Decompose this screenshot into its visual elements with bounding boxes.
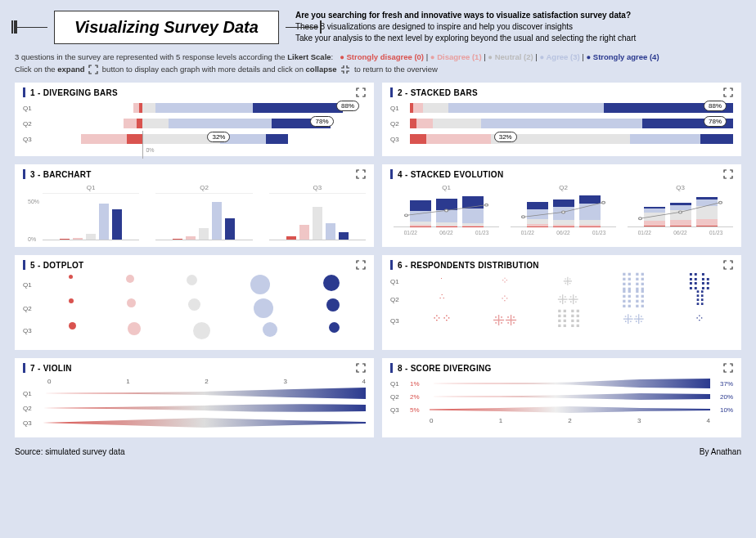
x-tick: 4 bbox=[362, 378, 366, 385]
svg-point-1 bbox=[445, 209, 448, 212]
left-pct: 1% bbox=[410, 380, 430, 388]
svg-point-0 bbox=[405, 214, 408, 217]
svg-point-5 bbox=[602, 202, 605, 204]
left-pct: 2% bbox=[410, 393, 430, 401]
card-title: 4 - STACKED EVOLUTION bbox=[398, 170, 503, 179]
pct-badge: 88% bbox=[704, 101, 727, 111]
respondents-chart: Q1 ∙ ⁘ ⁜ ⣿⣿ ⣿⣷ Q2 ∴ ⁘ ⁜⁜ ⣿⣿ ⣿ Q3 ⁘⁘ ⁜⁜ ⣿… bbox=[390, 275, 733, 330]
card-title: 6 - RESPONDENTS DISTRIBUTION bbox=[398, 261, 539, 270]
likert-scale-label: Likert Scale bbox=[287, 52, 331, 61]
expand-icon[interactable] bbox=[356, 87, 366, 97]
x-tick: 3 bbox=[637, 417, 641, 424]
info2-mid: button to display each graph with more d… bbox=[102, 65, 306, 74]
q-label: Q1 bbox=[390, 380, 410, 388]
stacked-evolution-chart: Q1 01/2206/2201/23 Q2 01/2206/2201/23 bbox=[390, 184, 733, 235]
q-label: Q1 bbox=[390, 278, 410, 285]
legend-neutral: ● Neutral (2) bbox=[488, 52, 533, 61]
x-tick: 01/23 bbox=[709, 230, 722, 235]
score-diverging-chart: Q11% 37% Q22% 20% Q35% 10% 01234 bbox=[390, 378, 733, 424]
legend-strongly-disagree: ● Strongly disagree (0) bbox=[340, 52, 424, 61]
card-title: 5 - DOTPLOT bbox=[30, 261, 84, 270]
x-tick: 01/23 bbox=[475, 230, 488, 235]
q-label: Q3 bbox=[23, 136, 43, 143]
q-label: Q2 bbox=[390, 296, 410, 303]
group-label: Q3 bbox=[628, 184, 733, 191]
svg-point-6 bbox=[639, 217, 642, 220]
chart-grid: 1 - DIVERGING BARS Q1 88% Q2 78% Q3 3 bbox=[0, 76, 756, 444]
group-label: Q2 bbox=[511, 184, 616, 191]
x-tick: 01/23 bbox=[592, 230, 605, 235]
x-tick: 06/22 bbox=[673, 230, 686, 235]
legend-agree: ● Agree (3) bbox=[539, 52, 579, 61]
barchart-chart: 50% 0% Q1 Q2 Q3 bbox=[23, 184, 366, 240]
left-pct: 5% bbox=[410, 406, 430, 414]
x-tick: 01/22 bbox=[638, 230, 651, 235]
x-tick: 06/22 bbox=[439, 230, 452, 235]
source-label: Source: simulated survey data bbox=[15, 447, 125, 456]
card-diverging-bars: 1 - DIVERGING BARS Q1 88% Q2 78% Q3 3 bbox=[15, 83, 374, 156]
footer: Source: simulated survey data By Anathan bbox=[0, 444, 756, 460]
pct-badge: 88% bbox=[336, 101, 359, 111]
x-tick: 01/22 bbox=[521, 230, 534, 235]
q-label: Q1 bbox=[23, 390, 43, 397]
legend-strongly-agree: ● Strongly agree (4) bbox=[586, 52, 659, 61]
card-title: 3 - BARCHART bbox=[30, 170, 92, 179]
q-label: Q3 bbox=[390, 136, 410, 143]
card-stacked-bars: 2 - STACKED BARS Q1 88% Q2 78% Q3 32% bbox=[382, 83, 741, 156]
card-title: 7 - VIOLIN bbox=[30, 364, 72, 373]
author-label: By Anathan bbox=[700, 447, 741, 456]
pct-badge: 32% bbox=[207, 132, 230, 142]
right-pct: 37% bbox=[710, 380, 733, 388]
x-tick: 1 bbox=[499, 417, 502, 424]
info1-pre: 3 questions in the survey are represente… bbox=[15, 52, 287, 61]
x-tick: 2 bbox=[205, 378, 208, 385]
expand-icon[interactable] bbox=[723, 169, 733, 179]
expand-icon[interactable] bbox=[723, 87, 733, 97]
subtitle: Are you searching for fresh and innovati… bbox=[295, 10, 636, 44]
x-tick: 1 bbox=[126, 378, 129, 385]
y-tick: 0% bbox=[28, 236, 36, 242]
svg-point-8 bbox=[719, 202, 722, 204]
expand-icon[interactable] bbox=[356, 363, 366, 373]
expand-icon[interactable] bbox=[356, 169, 366, 179]
card-title: 1 - DIVERGING BARS bbox=[30, 88, 118, 97]
info2-pre: Click on the bbox=[15, 65, 57, 74]
x-tick: 0 bbox=[430, 417, 433, 424]
card-score-diverging: 8 - SCORE DIVERGING Q11% 37% Q22% 20% Q3… bbox=[382, 358, 741, 437]
expand-info: Click on the expand button to display ea… bbox=[0, 63, 756, 76]
x-tick: 0 bbox=[47, 378, 51, 385]
expand-icon[interactable] bbox=[723, 363, 733, 373]
x-tick: 4 bbox=[707, 417, 710, 424]
card-stacked-evolution: 4 - STACKED EVOLUTION Q1 01/2206/2201/23… bbox=[382, 164, 741, 247]
group-label: Q1 bbox=[43, 184, 139, 191]
q-label: Q2 bbox=[23, 405, 43, 412]
x-tick: 2 bbox=[568, 417, 571, 424]
expand-icon[interactable] bbox=[356, 260, 366, 270]
y-tick: 50% bbox=[28, 199, 39, 204]
card-respondents-distribution: 6 - RESPONDENTS DISTRIBUTION Q1 ∙ ⁘ ⁜ ⣿⣿… bbox=[382, 255, 741, 350]
q-label: Q1 bbox=[390, 105, 410, 112]
q-label: Q1 bbox=[23, 105, 43, 112]
svg-point-7 bbox=[679, 211, 682, 213]
header: Visualizing Survey Data Are you searchin… bbox=[0, 0, 756, 51]
expand-icon bbox=[88, 65, 98, 74]
collapse-label: collapse bbox=[306, 65, 337, 74]
expand-icon[interactable] bbox=[723, 260, 733, 270]
group-label: Q1 bbox=[394, 184, 499, 191]
x-tick: 3 bbox=[283, 378, 286, 385]
q-label: Q2 bbox=[23, 120, 43, 128]
collapse-icon bbox=[340, 65, 350, 74]
svg-point-3 bbox=[522, 216, 525, 218]
subtitle-line1: These 8 visualizations are designed to i… bbox=[295, 22, 573, 31]
legend-disagree: ● Disagree (1) bbox=[430, 52, 482, 61]
right-pct: 20% bbox=[710, 393, 733, 401]
info2-post: to return to the overview bbox=[354, 65, 438, 74]
card-barchart: 3 - BARCHART 50% 0% Q1 Q2 Q3 bbox=[15, 164, 374, 247]
svg-point-4 bbox=[562, 211, 565, 213]
pct-badge: 78% bbox=[704, 116, 727, 127]
q-label: Q2 bbox=[23, 305, 43, 312]
expand-label: expand bbox=[57, 65, 84, 74]
likert-legend: ● Strongly disagree (0) | ● Disagree (1)… bbox=[340, 52, 659, 61]
pct-badge: 32% bbox=[494, 132, 517, 142]
card-title: 2 - STACKED BARS bbox=[398, 88, 478, 97]
